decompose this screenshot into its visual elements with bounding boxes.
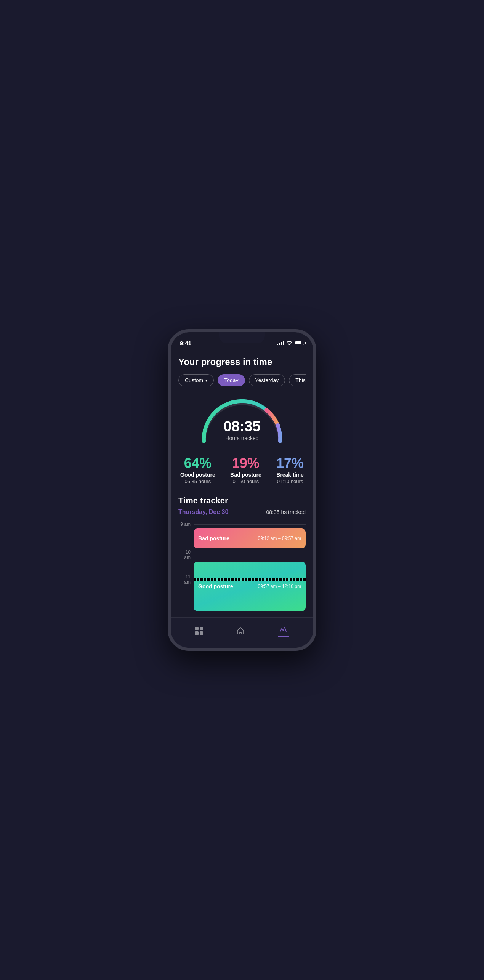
filter-yesterday[interactable]: Yesterday	[249, 374, 285, 386]
block-bad-posture[interactable]: Bad posture 09:12 am – 09:57 am	[194, 528, 306, 548]
stat-break-label: Break time	[276, 472, 304, 478]
gauge-section: 08:35 Hours tracked	[178, 396, 306, 445]
time-label-11am: 11 am	[178, 574, 194, 585]
stat-break-percent: 17%	[276, 456, 304, 470]
stat-bad-hours: 01:50 hours	[230, 479, 261, 484]
nav-active-indicator	[278, 636, 289, 637]
time-label-10am: 10 am	[178, 549, 194, 560]
nav-grid[interactable]	[187, 624, 211, 638]
phone-frame: 9:41 Your pr	[168, 329, 316, 651]
tracker-section-title: Time tracker	[178, 496, 306, 506]
page-title: Your progress in time	[178, 357, 306, 367]
signal-icon	[277, 341, 284, 345]
gauge-center: 08:35 Hours tracked	[223, 419, 260, 441]
time-label-9am: 9 am	[178, 522, 194, 527]
chart-icon	[279, 625, 288, 634]
block-good-posture[interactable]: Good posture 09:57 am – 12:10 pm	[194, 562, 306, 611]
stat-bad-percent: 19%	[230, 456, 261, 470]
stat-good-hours: 05:35 hours	[180, 479, 215, 484]
stat-break-time: 17% Break time 01:10 hours	[276, 456, 304, 484]
stat-break-hours: 01:10 hours	[276, 479, 304, 484]
nav-home[interactable]	[228, 623, 253, 639]
stat-good-percent: 64%	[180, 456, 215, 470]
filter-pills: Custom ▾ Today Yesterday This w...	[178, 374, 306, 386]
block-bad-label: Bad posture	[198, 535, 229, 541]
wifi-icon	[286, 340, 292, 346]
tracker-date: Thursday, Dec 30	[178, 509, 228, 516]
grid-icon	[195, 627, 203, 635]
tracker-tracked: 08:35 hs tracked	[266, 509, 306, 515]
nav-chart[interactable]	[270, 622, 297, 640]
timeline: 9 am Bad posture 09:12 am – 09:57 am 10 …	[178, 522, 306, 621]
stat-bad-posture: 19% Bad posture 01:50 hours	[230, 456, 261, 484]
stats-row: 64% Good posture 05:35 hours 19% Bad pos…	[178, 456, 306, 484]
stat-good-label: Good posture	[180, 472, 215, 478]
filter-this-week[interactable]: This w...	[289, 374, 306, 386]
bottom-nav	[171, 617, 313, 648]
gauge-time: 08:35	[223, 419, 260, 434]
phone-inner: 9:41 Your pr	[171, 332, 313, 648]
home-icon	[236, 626, 245, 636]
stat-good-posture: 64% Good posture 05:35 hours	[180, 456, 215, 484]
stat-bad-label: Bad posture	[230, 472, 261, 478]
status-time: 9:41	[180, 340, 191, 346]
status-icons	[277, 340, 304, 346]
gauge-container: 08:35 Hours tracked	[196, 396, 288, 445]
tracker-header: Thursday, Dec 30 08:35 hs tracked	[178, 509, 306, 516]
notch	[219, 332, 265, 343]
gauge-label: Hours tracked	[223, 435, 260, 441]
main-content: Your progress in time Custom ▾ Today Yes…	[171, 349, 313, 621]
block-bad-time: 09:12 am – 09:57 am	[258, 536, 301, 541]
chevron-down-icon: ▾	[205, 378, 207, 383]
battery-icon	[295, 341, 304, 345]
filter-custom[interactable]: Custom ▾	[178, 374, 214, 386]
filter-today[interactable]: Today	[218, 374, 245, 386]
